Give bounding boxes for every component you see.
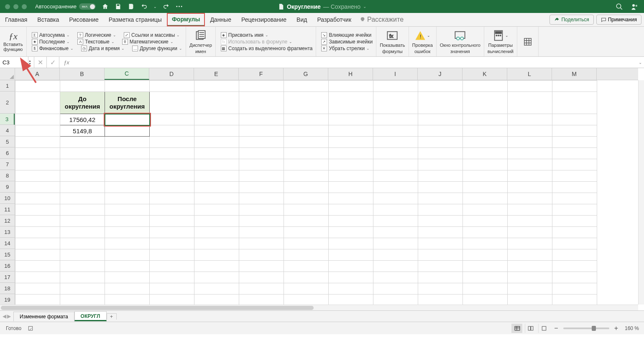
cell-D10[interactable] (150, 193, 194, 204)
cell-C19[interactable] (105, 295, 150, 306)
cell-G7[interactable] (284, 159, 329, 170)
logical-button[interactable]: ?Логические⌄ (77, 32, 116, 38)
row-header-5[interactable]: 5 (0, 136, 15, 147)
cell-I18[interactable] (373, 283, 418, 295)
cell-E4[interactable] (194, 125, 239, 137)
cell-C3[interactable] (105, 114, 150, 125)
cell-D18[interactable] (150, 283, 194, 295)
name-manager-button[interactable]: Диспетчер имен (186, 27, 216, 56)
cell-K19[interactable] (463, 295, 508, 306)
cell-A19[interactable] (15, 295, 60, 306)
cell-B16[interactable] (60, 261, 105, 272)
cell-A5[interactable] (15, 137, 60, 148)
tab-developer[interactable]: Разработчик (312, 13, 356, 26)
sheet-next-icon[interactable]: ▶ (7, 313, 11, 319)
column-header-E[interactable]: E (194, 68, 239, 80)
cell-B6[interactable] (60, 148, 105, 159)
cell-M19[interactable] (552, 295, 597, 306)
autosum-button[interactable]: ΣАвтосумма⌄ (32, 32, 70, 38)
cell-D6[interactable] (150, 148, 194, 159)
cell-D1[interactable] (150, 81, 194, 92)
undo-icon[interactable] (141, 3, 148, 10)
home-icon[interactable] (102, 3, 109, 10)
sheet-tab-1[interactable]: Изменение формата (13, 312, 74, 321)
chevron-down-icon[interactable]: ⌄ (363, 4, 366, 9)
cell-F3[interactable] (239, 114, 284, 125)
cell-B19[interactable] (60, 295, 105, 306)
tab-draw[interactable]: Рисование (64, 13, 104, 26)
watch-window-button[interactable]: Окно контрольного значения (437, 27, 484, 56)
cell-M2[interactable] (552, 92, 597, 114)
cell-C8[interactable] (105, 170, 150, 182)
cell-I3[interactable] (373, 114, 418, 125)
cell-F10[interactable] (239, 193, 284, 204)
cell-J13[interactable] (418, 227, 463, 238)
cell-B10[interactable] (60, 193, 105, 204)
cell-A11[interactable] (15, 204, 60, 216)
name-box-stepper[interactable]: ▲▼ (28, 57, 34, 68)
share-button[interactable]: Поделиться (549, 15, 593, 25)
tab-page-layout[interactable]: Разметка страницы (104, 13, 167, 26)
column-header-B[interactable]: B (60, 68, 105, 80)
cell-A6[interactable] (15, 148, 60, 159)
cell-A13[interactable] (15, 227, 60, 238)
cell-K11[interactable] (463, 204, 508, 216)
cell-E1[interactable] (194, 81, 239, 92)
row-header-18[interactable]: 18 (0, 283, 15, 294)
cell-E9[interactable] (194, 182, 239, 193)
cell-M15[interactable] (552, 249, 597, 261)
cell-F11[interactable] (239, 204, 284, 216)
cell-D15[interactable] (150, 249, 194, 261)
recent-button[interactable]: ★Последние⌄ (32, 39, 70, 45)
cell-H7[interactable] (329, 159, 373, 170)
cell-G16[interactable] (284, 261, 329, 272)
cell-L3[interactable] (508, 114, 552, 125)
cell-M9[interactable] (552, 182, 597, 193)
cell-L17[interactable] (508, 272, 552, 283)
row-header-12[interactable]: 12 (0, 215, 15, 226)
cell-L19[interactable] (508, 295, 552, 306)
column-header-J[interactable]: J (418, 68, 463, 80)
add-sheet-button[interactable]: + (107, 313, 117, 320)
cell-K9[interactable] (463, 182, 508, 193)
row-header-7[interactable]: 7 (0, 159, 15, 170)
cell-M11[interactable] (552, 204, 597, 216)
cell-E8[interactable] (194, 170, 239, 182)
cell-A9[interactable] (15, 182, 60, 193)
cell-L13[interactable] (508, 227, 552, 238)
cell-K5[interactable] (463, 137, 508, 148)
row-header-19[interactable]: 19 (0, 294, 15, 305)
cell-H17[interactable] (329, 272, 373, 283)
cell-B14[interactable] (60, 238, 105, 249)
cell-B3[interactable]: 17560,42 (60, 114, 105, 125)
cell-M14[interactable] (552, 238, 597, 249)
cell-G14[interactable] (284, 238, 329, 249)
cell-I8[interactable] (373, 170, 418, 182)
cell-K15[interactable] (463, 249, 508, 261)
column-header-F[interactable]: F (239, 68, 284, 80)
cell-J2[interactable] (418, 92, 463, 114)
cells-area[interactable]: До округленияПосле округления17560,42514… (15, 80, 638, 305)
cell-L12[interactable] (508, 216, 552, 227)
cell-B2[interactable]: До округления (60, 92, 105, 114)
cell-H1[interactable] (329, 81, 373, 92)
cell-L10[interactable] (508, 193, 552, 204)
cell-C16[interactable] (105, 261, 150, 272)
maximize-window-icon[interactable] (22, 4, 27, 9)
autosave-toggle[interactable]: вкл. (79, 3, 96, 10)
cell-F14[interactable] (239, 238, 284, 249)
cell-H8[interactable] (329, 170, 373, 182)
text-button[interactable]: AТекстовые⌄ (77, 39, 114, 45)
cell-I19[interactable] (373, 295, 418, 306)
cell-K8[interactable] (463, 170, 508, 182)
cell-C5[interactable] (105, 137, 150, 148)
column-header-A[interactable]: A (15, 68, 60, 80)
horizontal-scrollbar[interactable] (0, 305, 638, 310)
cell-G2[interactable] (284, 92, 329, 114)
zoom-level[interactable]: 160 % (625, 325, 639, 331)
cell-F19[interactable] (239, 295, 284, 306)
cell-B12[interactable] (60, 216, 105, 227)
cell-J16[interactable] (418, 261, 463, 272)
column-header-H[interactable]: H (328, 68, 373, 80)
cell-B13[interactable] (60, 227, 105, 238)
